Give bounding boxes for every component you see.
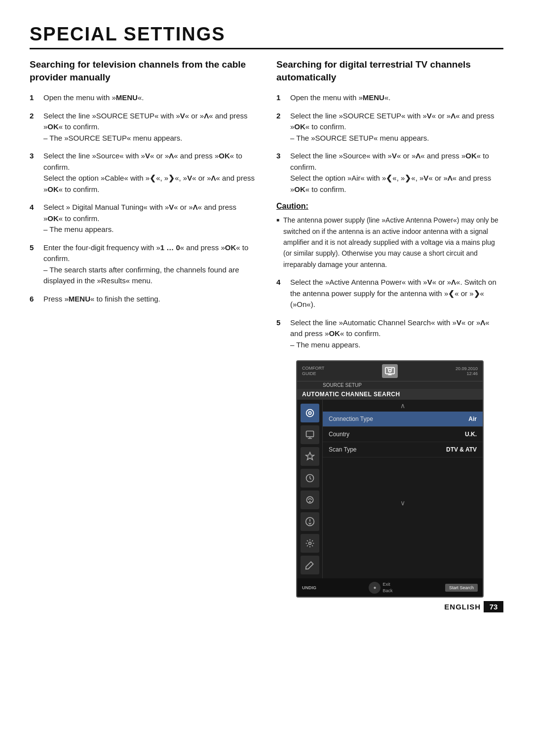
right-steps-list: 1 Open the menu with »MENU«. 2 Select th…: [276, 92, 503, 195]
left-column: Searching for television channels from t…: [30, 58, 257, 598]
svg-point-2: [306, 410, 313, 417]
tv-footer-labels: Exit Back: [382, 581, 392, 594]
right-step-2: 2 Select the line »SOURCE SETUP« with »V…: [276, 111, 503, 144]
left-step-2: 2 Select the line »SOURCE SETUP« with »V…: [30, 111, 257, 144]
tv-icon-4: [301, 469, 319, 488]
caution-heading: Caution:: [276, 202, 503, 211]
tv-start-search-btn[interactable]: Start Search: [445, 584, 478, 592]
left-step-5: 5 Enter the four-digit frequency with »1…: [30, 242, 257, 287]
tv-screen: COMFORT GUIDE 20.09.2010 12:46: [296, 360, 484, 598]
footer-language: ENGLISH: [444, 603, 481, 611]
left-step-6: 6 Press »MENU« to finish the setting.: [30, 294, 257, 305]
right-step-1: 1 Open the menu with »MENU«.: [276, 92, 503, 104]
tv-source-setup-label: SOURCE SETUP: [297, 381, 483, 389]
tv-menu-row-connection: Connection Type Air: [323, 412, 483, 427]
tv-footer: UNDIG ● Exit Back Start Search: [297, 578, 483, 597]
right-step-4: 4 Select the »Active Antenna Power« with…: [276, 277, 503, 310]
page-title: SPECIAL SETTINGS: [30, 24, 503, 53]
right-column: Searching for digital terrestrial TV cha…: [276, 58, 503, 598]
tv-menu-row-scan: Scan Type DTV & ATV: [323, 442, 483, 457]
two-column-layout: Searching for television channels from t…: [30, 58, 503, 598]
tv-header-labels: COMFORT GUIDE: [302, 366, 324, 377]
svg-rect-4: [306, 431, 313, 437]
tv-ok-icon: ●: [369, 582, 381, 594]
svg-rect-0: [385, 368, 394, 374]
right-step-3: 3 Select the line »Source« with »V« or »…: [276, 151, 503, 195]
left-step-3: 3 Select the line »Source« with »V« or »…: [30, 151, 257, 195]
svg-point-3: [308, 412, 311, 415]
page-footer: ENGLISH 73: [444, 601, 503, 612]
tv-scroll-down: ∨: [323, 497, 483, 509]
tv-icon-3: [301, 447, 319, 466]
left-step-4: 4 Select » Digital Manual Tuning« with »…: [30, 202, 257, 235]
tv-header-icon: [382, 364, 398, 378]
caution-text: The antenna power supply (line »Active A…: [276, 215, 503, 270]
svg-point-7: [308, 542, 311, 545]
tv-menu-content: ∧ Connection Type Air Country U.K. Scan …: [323, 400, 483, 578]
tv-icon-5: [301, 491, 319, 509]
tv-menu-row-country: Country U.K.: [323, 427, 483, 442]
tv-scroll-up: ∧: [323, 400, 483, 412]
tv-icon-8: [301, 556, 319, 574]
tv-sidebar: [297, 400, 323, 578]
right-section-heading: Searching for digital terrestrial TV cha…: [276, 58, 503, 83]
left-steps-list: 1 Open the menu with »MENU«. 2 Select th…: [30, 92, 257, 304]
tv-menu-title: AUTOMATIC CHANNEL SEARCH: [297, 389, 483, 400]
tv-brand: UNDIG: [302, 585, 316, 590]
svg-point-1: [388, 370, 391, 373]
svg-point-6: [309, 501, 310, 502]
tv-empty-space: [323, 457, 483, 497]
tv-footer-nav: ● Exit Back: [369, 581, 392, 594]
page-container: SPECIAL SETTINGS Searching for televisio…: [0, 0, 533, 627]
tv-body: ∧ Connection Type Air Country U.K. Scan …: [297, 400, 483, 578]
tv-icon-2: [301, 425, 319, 444]
tv-header: COMFORT GUIDE 20.09.2010 12:46: [297, 361, 483, 381]
footer-page-number: 73: [484, 601, 503, 612]
tv-icon-source: [301, 404, 319, 422]
left-step-1: 1 Open the menu with »MENU«.: [30, 92, 257, 104]
left-section-heading: Searching for television channels from t…: [30, 58, 257, 83]
right-steps-continued: 4 Select the »Active Antenna Power« with…: [276, 277, 503, 350]
caution-section: Caution: The antenna power supply (line …: [276, 202, 503, 270]
tv-icon-7: [301, 534, 319, 553]
tv-header-datetime: 20.09.2010 12:46: [456, 366, 478, 376]
right-step-5: 5 Select the line »Automatic Channel Sea…: [276, 317, 503, 351]
tv-icon-6: [301, 512, 319, 531]
